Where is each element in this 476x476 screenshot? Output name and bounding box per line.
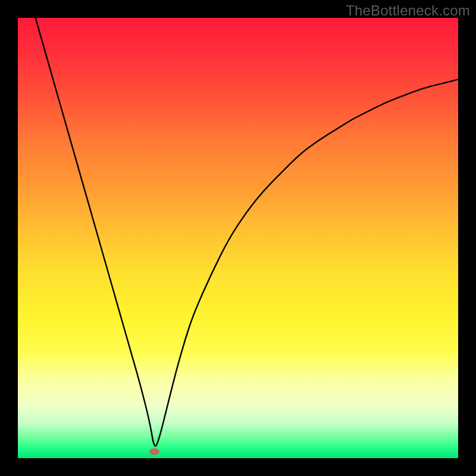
minimum-marker <box>149 449 159 455</box>
chart-svg <box>18 18 458 458</box>
plot-area <box>18 18 458 458</box>
watermark-text: TheBottleneck.com <box>346 2 470 19</box>
bottleneck-curve <box>36 18 458 446</box>
